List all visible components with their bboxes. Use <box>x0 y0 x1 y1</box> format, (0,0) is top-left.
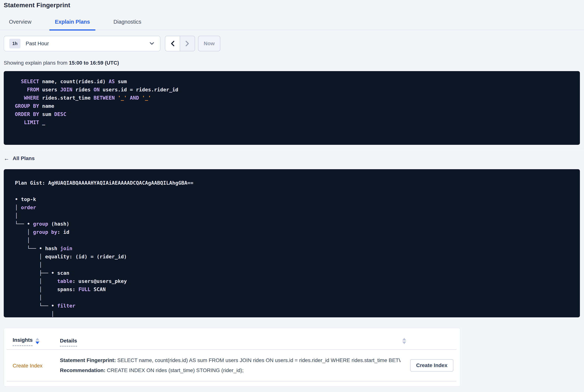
code-text: users <box>39 87 60 92</box>
code-text: _ <box>39 120 45 125</box>
code-keyword: filter <box>57 303 75 308</box>
code-string: '_' <box>142 95 151 101</box>
code-line: │ equality: (id) = (rider_id) <box>15 252 569 261</box>
detail-statement-label: Statement Fingerprint: <box>60 358 116 363</box>
code-line: Plan Gist: AgHUAQIABQAAAAHYAQIAiAEAAAADC… <box>15 179 569 187</box>
code-line: │ spans: FULL SCAN <box>15 285 569 294</box>
code-text: (hash) <box>48 221 69 227</box>
code-text: │ <box>15 237 30 243</box>
sort-asc-icon <box>402 338 406 340</box>
code-keyword: DESC <box>54 111 66 117</box>
sort-icon-insights[interactable] <box>35 338 39 344</box>
code-keyword: AS <box>109 78 115 84</box>
insights-column-label: Insights <box>13 337 32 346</box>
code-line: │ group by: id <box>15 228 569 236</box>
code-line: │ table: users@users_pkey <box>15 277 569 285</box>
time-range-arrows <box>165 36 195 51</box>
chevron-down-icon <box>150 42 154 45</box>
code-text: │ <box>15 311 54 317</box>
code-text: │ equality: (id) = (rider_id) <box>15 254 127 260</box>
showing-prefix: Showing explain plans from <box>4 60 69 66</box>
code-line: └── • hash join <box>15 244 569 252</box>
code-keyword: FULL <box>78 286 90 292</box>
code-line: │ <box>15 294 569 302</box>
tab-overview[interactable]: Overview <box>3 16 37 30</box>
sql-statement-block: SELECT name, count(rides.id) AS sum FROM… <box>4 71 580 145</box>
tab-diagnostics[interactable]: Diagnostics <box>108 16 147 30</box>
details-cell: Statement Fingerprint: SELECT name, coun… <box>60 358 410 374</box>
card-bottom-padding <box>4 382 460 386</box>
detail-recommendation-text: CREATE INDEX ON rides (start_time) STORI… <box>105 368 244 373</box>
code-text: └── • hash <box>15 246 60 251</box>
code-text: └── • <box>15 303 57 308</box>
code-text: sum <box>39 111 54 117</box>
plan-gist-block: Plan Gist: AgHUAQIABQAAAAHYAQIAiAEAAAADC… <box>4 169 580 317</box>
code-keyword: LIMIT <box>15 120 39 125</box>
code-text: • top-k <box>15 196 36 202</box>
insight-type-link[interactable]: Create Index <box>13 363 42 368</box>
section-divider <box>4 149 584 149</box>
detail-recommendation-label: Recommendation: <box>60 368 105 373</box>
code-keyword: ON <box>94 87 100 92</box>
details-column-label: Details <box>60 338 77 346</box>
code-line: ORDER BY sum DESC <box>15 110 569 118</box>
column-header-insights[interactable]: Insights <box>13 337 60 346</box>
tab-explain-plans[interactable]: Explain Plans <box>49 16 96 30</box>
code-line <box>15 187 569 195</box>
code-text <box>115 95 118 101</box>
create-index-button[interactable]: Create Index <box>410 359 453 372</box>
code-text: : id <box>57 229 69 235</box>
all-plans-back-link[interactable]: ← All Plans <box>4 155 35 162</box>
code-text: │ <box>15 262 42 268</box>
code-text <box>139 95 142 101</box>
detail-statement-text: SELECT name, count(rides.id) AS sum FROM… <box>116 358 401 363</box>
code-string: '_' <box>118 95 127 101</box>
insights-table-card: Insights Details Create Index <box>4 328 460 386</box>
code-line: LIMIT _ <box>15 118 569 126</box>
code-keyword: BETWEEN <box>94 95 115 101</box>
prev-time-button[interactable] <box>165 36 180 51</box>
code-keyword: table <box>57 278 72 284</box>
code-line: • top-k <box>15 195 569 204</box>
code-text: rides.start_time <box>39 95 94 101</box>
code-line: SELECT name, count(rides.id) AS sum <box>15 78 569 86</box>
code-keyword: FROM <box>15 87 39 92</box>
next-time-button[interactable] <box>180 36 195 51</box>
code-line: └── • group (hash) <box>15 220 569 228</box>
chevron-right-icon <box>185 40 189 46</box>
code-keyword: SELECT <box>15 78 39 84</box>
code-keyword: join <box>60 246 72 251</box>
detail-recommendation-line: Recommendation: CREATE INDEX ON rides (s… <box>60 368 401 374</box>
code-text: SCAN <box>90 286 105 292</box>
code-line: │ <box>15 310 569 317</box>
code-text: Plan Gist: AgHUAQIABQAAAAHYAQIAiAEAAAADC… <box>15 180 193 186</box>
code-text: name <box>39 103 54 109</box>
showing-range-bold: 15:00 to 16:59 (UTC) <box>69 60 119 66</box>
code-keyword: ORDER BY <box>15 111 39 117</box>
code-text: name, count(rides.id) <box>39 78 109 84</box>
column-header-details[interactable]: Details <box>60 337 77 344</box>
code-line: GROUP BY name <box>15 102 569 110</box>
code-line: WHERE rides.start_time BETWEEN '_' AND '… <box>15 94 569 102</box>
statement-fingerprint-page: Statement Fingerprint Overview Explain P… <box>0 2 584 392</box>
time-range-select[interactable]: 1h Past Hour <box>4 36 160 51</box>
code-text <box>127 95 130 101</box>
showing-range-text: Showing explain plans from 15:00 to 16:5… <box>4 60 584 66</box>
code-keyword: WHERE <box>15 95 39 101</box>
code-line: │ <box>15 236 569 244</box>
code-text: sum <box>115 78 127 84</box>
detail-statement-line: Statement Fingerprint: SELECT name, coun… <box>60 358 401 363</box>
code-keyword: order <box>21 204 36 210</box>
all-plans-label: All Plans <box>13 156 35 162</box>
code-text: : users@users_pkey <box>72 278 127 284</box>
code-text: └── • <box>15 221 33 227</box>
code-text: │ spans: <box>15 286 78 292</box>
code-keyword: group <box>33 221 48 227</box>
table-row: Create Index Statement Fingerprint: SELE… <box>4 350 460 381</box>
insight-cell: Create Index <box>13 362 60 369</box>
sort-desc-icon <box>35 342 39 344</box>
chevron-left-icon <box>170 40 175 46</box>
sort-desc-icon <box>402 342 406 344</box>
now-button[interactable]: Now <box>198 36 220 51</box>
sort-icon-details[interactable] <box>402 338 406 344</box>
